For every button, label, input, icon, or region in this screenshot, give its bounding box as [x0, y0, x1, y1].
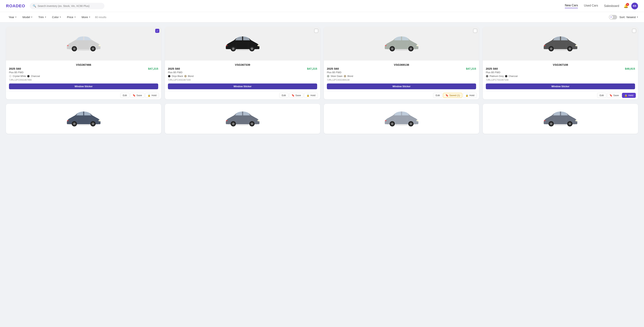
lock-icon: 🔒: [624, 94, 628, 97]
bookmark-icon: 🔖: [446, 94, 448, 97]
card-trim: Plus B5 FWD: [486, 71, 635, 74]
svg-point-54: [232, 123, 234, 124]
save-button[interactable]: 🔖 Saved (1): [443, 93, 462, 98]
svg-point-19: [226, 45, 228, 46]
sort-label: Sort:: [619, 16, 625, 19]
hold-button[interactable]: 🔒 Hold: [145, 93, 159, 98]
exterior-color-dot: [486, 75, 488, 78]
trim-filter[interactable]: Trim ▾: [36, 14, 48, 20]
header-icons: 🔔 1 KK: [624, 2, 638, 9]
window-sticker-button[interactable]: Window Sticker: [168, 84, 317, 89]
card-colors: Crystal White Charcoal: [9, 75, 158, 78]
hold-button[interactable]: 🔒 Held: [622, 93, 636, 98]
card-image: [483, 27, 638, 60]
svg-point-77: [569, 123, 570, 124]
card-checkbox[interactable]: [632, 29, 636, 33]
car-illustration: [483, 104, 638, 134]
card-trim: Plus B5 FWD: [9, 71, 158, 74]
svg-point-59: [226, 120, 228, 121]
notification-button[interactable]: 🔔 1: [624, 4, 628, 8]
card-model: 2025 S60: [168, 67, 180, 70]
car-card: VSG367108 2025 S60 $48,815 Plus B5 FWD P…: [483, 27, 638, 99]
svg-point-64: [392, 123, 393, 124]
svg-point-68: [416, 120, 418, 122]
car-grid: ✓ VSG367466: [0, 22, 644, 104]
avatar[interactable]: KK: [631, 2, 638, 9]
price-filter[interactable]: Price ▾: [64, 14, 78, 20]
card-price: $47,215: [148, 67, 158, 70]
card-checkbox[interactable]: [314, 29, 318, 33]
car-illustration: [165, 27, 320, 60]
lock-icon: 🔒: [306, 94, 310, 97]
save-button[interactable]: 🔖 Save: [289, 93, 304, 98]
search-input[interactable]: [38, 4, 102, 8]
card-model: 2025 S60: [327, 67, 339, 70]
card-actions: Edit 🔖 Save 🔒 Hold: [6, 91, 161, 99]
card-checkbox[interactable]: ✓: [155, 29, 159, 33]
exterior-color-dot: [168, 75, 170, 78]
svg-point-38: [575, 45, 578, 46]
car-card-partial: [165, 104, 320, 134]
svg-point-24: [392, 48, 393, 50]
car-illustration: [324, 27, 479, 60]
window-sticker-button[interactable]: Window Sticker: [486, 84, 635, 89]
interior-color-label: Blond: [188, 75, 194, 78]
check-icon: ✓: [156, 30, 158, 32]
edit-button[interactable]: Edit: [433, 93, 442, 98]
svg-point-47: [92, 123, 94, 124]
card-vin: 7JRL12FC7SG367108: [486, 78, 635, 81]
bookmark-icon: 🔖: [610, 94, 612, 97]
year-filter[interactable]: Year ▾: [6, 14, 19, 20]
color-filter[interactable]: Color ▾: [50, 14, 64, 20]
edit-button[interactable]: Edit: [279, 93, 288, 98]
search-icon: 🔍: [33, 4, 36, 8]
interior-color-dot: [505, 75, 508, 78]
edit-button[interactable]: Edit: [597, 93, 606, 98]
card-checkbox[interactable]: [473, 29, 477, 33]
svg-point-27: [410, 48, 412, 50]
svg-point-8: [98, 45, 101, 46]
card-model: 2025 S60: [486, 67, 498, 70]
car-illustration: [6, 27, 161, 60]
svg-point-44: [74, 123, 75, 124]
window-sticker-button[interactable]: Window Sticker: [9, 84, 158, 89]
chevron-down-icon: ▾: [637, 16, 638, 18]
logo: ROADEO: [6, 4, 25, 8]
svg-point-39: [544, 45, 546, 46]
hold-button[interactable]: 🔒 Hold: [463, 93, 477, 98]
nav-salesboard[interactable]: Salesboard: [604, 4, 619, 8]
card-vin: 7JRL12FC4SG367339: [168, 78, 317, 81]
notification-badge: 1: [626, 3, 629, 6]
nav-new-cars[interactable]: New Cars: [565, 4, 578, 8]
save-button[interactable]: 🔖 Save: [130, 93, 144, 98]
car-illustration: [165, 104, 320, 134]
card-body: VSG367466 2025 S60 $47,215 Plus B5 FWD C…: [6, 60, 161, 91]
card-model-row: 2025 S60 $47,215: [327, 67, 476, 70]
model-filter[interactable]: Model ▾: [20, 14, 35, 20]
car-card-partial: [6, 104, 161, 134]
exterior-color-dot: [9, 75, 12, 78]
save-button[interactable]: 🔖 Save: [607, 93, 622, 98]
bookmark-icon: 🔖: [292, 94, 294, 97]
interior-color-dot: [184, 75, 187, 78]
edit-button[interactable]: Edit: [120, 93, 129, 98]
card-price: $48,815: [625, 67, 635, 70]
hold-button[interactable]: 🔒 Hold: [304, 93, 318, 98]
interior-color-dot: [27, 75, 30, 78]
svg-point-9: [67, 45, 69, 46]
chevron-down-icon: ▾: [45, 16, 46, 18]
search-bar[interactable]: 🔍: [30, 3, 104, 9]
nav-used-cars[interactable]: Used Cars: [584, 4, 598, 8]
model-filter-label: Model: [22, 16, 30, 19]
card-colors: Platinum Grey Charcoal: [486, 75, 635, 78]
chevron-down-icon: ▾: [60, 16, 61, 18]
car-grid-partial: [0, 104, 644, 138]
sort-button[interactable]: Sort: Newest ▾: [619, 16, 638, 19]
results-count: 80 results: [95, 16, 106, 19]
interior-color-label: Charcoal: [31, 75, 40, 78]
view-toggle[interactable]: ⟳: [609, 15, 617, 20]
exterior-color-label: Crystal White: [13, 75, 26, 78]
svg-point-18: [258, 45, 260, 46]
more-filter[interactable]: More ▾: [79, 14, 93, 20]
window-sticker-button[interactable]: Window Sticker: [327, 84, 476, 89]
